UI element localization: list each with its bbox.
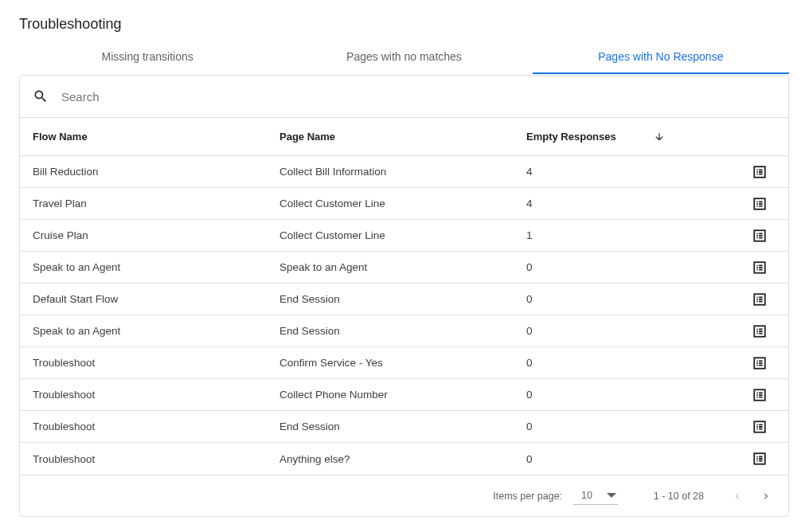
view-details-button[interactable] <box>744 420 776 434</box>
table-row: Travel PlanCollect Customer Line4 <box>20 188 788 220</box>
table-row: Speak to an AgentSpeak to an Agent0 <box>20 252 788 284</box>
arrow-down-icon <box>654 131 665 143</box>
cell-page-name: Collect Phone Number <box>279 389 526 401</box>
details-list-icon <box>752 260 767 275</box>
cell-empty-responses: 4 <box>526 198 654 209</box>
cell-page-name: Confirm Service - Yes <box>279 357 526 369</box>
table-row: TroubleshootEnd Session0 <box>20 411 788 443</box>
items-per-page-select[interactable]: 10 <box>573 487 618 505</box>
table-header: Flow Name Page Name Empty Responses <box>20 118 788 156</box>
next-page-button[interactable] <box>755 485 777 507</box>
view-details-button[interactable] <box>744 452 776 466</box>
table-row: Default Start FlowEnd Session0 <box>20 284 788 315</box>
chevron-left-icon <box>732 491 743 502</box>
table-body: Bill ReductionCollect Bill Information4 … <box>20 156 788 475</box>
view-details-button[interactable] <box>744 388 776 402</box>
details-list-icon <box>752 229 767 243</box>
details-list-icon <box>752 197 767 211</box>
details-list-icon <box>752 292 767 307</box>
details-list-icon <box>752 420 767 434</box>
table-row: Bill ReductionCollect Bill Information4 <box>20 156 788 188</box>
details-list-icon <box>752 356 767 370</box>
cell-flow-name: Bill Reduction <box>33 166 279 178</box>
view-details-button[interactable] <box>744 260 776 275</box>
results-panel: Flow Name Page Name Empty Responses Bill… <box>19 75 789 517</box>
cell-page-name: Speak to an Agent <box>279 261 526 273</box>
view-details-button[interactable] <box>744 324 776 338</box>
tab-missing-transitions[interactable]: Missing transitions <box>19 39 275 74</box>
cell-page-name: Collect Bill Information <box>279 166 526 178</box>
cell-page-name: End Session <box>279 293 526 305</box>
search-bar <box>20 76 788 118</box>
search-icon <box>33 88 49 104</box>
cell-flow-name: Troubleshoot <box>33 389 279 401</box>
table-footer: Items per page: 10 1 - 10 of 28 <box>20 475 788 516</box>
cell-page-name: Anything else? <box>279 453 526 465</box>
cell-flow-name: Troubleshoot <box>33 357 279 369</box>
cell-flow-name: Troubleshoot <box>33 453 279 465</box>
cell-empty-responses: 0 <box>526 453 654 465</box>
view-details-button[interactable] <box>744 356 776 370</box>
cell-flow-name: Troubleshoot <box>33 421 279 432</box>
items-per-page-value: 10 <box>581 490 592 501</box>
chevron-right-icon <box>760 491 772 502</box>
table-row: Cruise PlanCollect Customer Line1 <box>20 220 788 252</box>
cell-flow-name: Speak to an Agent <box>33 261 279 273</box>
header-flow-name[interactable]: Flow Name <box>33 131 279 143</box>
tab-pages-no-matches[interactable]: Pages with no matches <box>275 39 532 74</box>
header-page-name[interactable]: Page Name <box>279 131 526 143</box>
cell-page-name: End Session <box>279 325 526 337</box>
cell-empty-responses: 0 <box>526 325 654 337</box>
cell-flow-name: Default Start Flow <box>33 293 279 305</box>
cell-flow-name: Speak to an Agent <box>33 325 279 337</box>
cell-page-name: End Session <box>279 421 526 432</box>
items-per-page-label: Items per page: <box>493 491 562 502</box>
cell-flow-name: Travel Plan <box>33 198 279 209</box>
cell-empty-responses: 0 <box>526 357 654 369</box>
pagination-range: 1 - 10 of 28 <box>640 491 704 502</box>
table-row: TroubleshootCollect Phone Number0 <box>20 379 788 411</box>
tab-pages-no-response[interactable]: Pages with No Response <box>533 39 789 74</box>
view-details-button[interactable] <box>744 165 776 179</box>
sort-indicator[interactable] <box>654 131 686 143</box>
details-list-icon <box>752 388 767 402</box>
view-details-button[interactable] <box>744 197 776 211</box>
cell-page-name: Collect Customer Line <box>279 198 526 209</box>
cell-empty-responses: 4 <box>526 166 654 178</box>
search-input[interactable] <box>60 89 776 104</box>
cell-empty-responses: 0 <box>526 261 654 273</box>
cell-empty-responses: 0 <box>526 421 654 432</box>
view-details-button[interactable] <box>744 229 776 243</box>
cell-empty-responses: 1 <box>526 229 654 241</box>
details-list-icon <box>752 452 767 466</box>
tabs: Missing transitions Pages with no matche… <box>19 39 789 75</box>
dropdown-arrow-icon <box>607 491 616 500</box>
details-list-icon <box>752 324 767 338</box>
header-empty-responses[interactable]: Empty Responses <box>526 131 654 143</box>
cell-page-name: Collect Customer Line <box>279 229 526 241</box>
cell-empty-responses: 0 <box>526 293 654 305</box>
table-row: TroubleshootConfirm Service - Yes0 <box>20 347 788 379</box>
page-title: Troubleshooting <box>19 16 789 33</box>
cell-empty-responses: 0 <box>526 389 654 401</box>
table-row: TroubleshootAnything else?0 <box>20 443 788 475</box>
view-details-button[interactable] <box>744 292 776 307</box>
cell-flow-name: Cruise Plan <box>33 229 279 241</box>
table-row: Speak to an AgentEnd Session0 <box>20 315 788 347</box>
prev-page-button[interactable] <box>726 485 748 507</box>
details-list-icon <box>752 165 767 179</box>
